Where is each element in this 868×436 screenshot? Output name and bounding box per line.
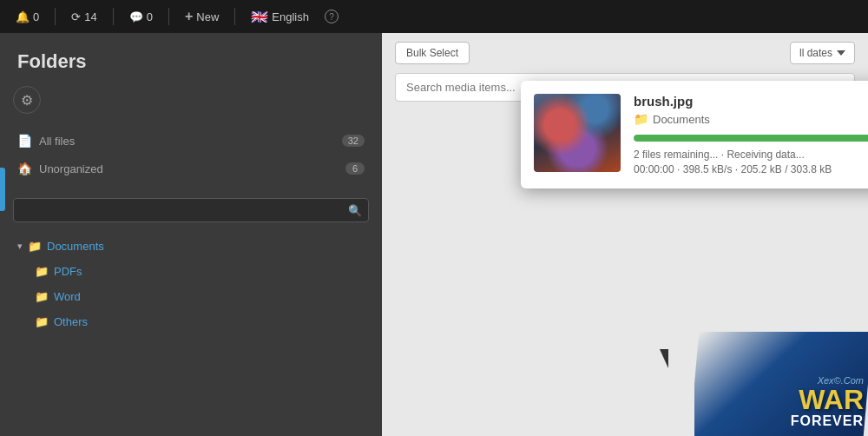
folder-item-pdfs[interactable]: 📁 PDFs — [17, 259, 382, 284]
upload-transferred: 205.2 kB / 303.8 kB — [740, 163, 832, 175]
upload-folder: 📁 Documents — [634, 112, 868, 126]
files-remaining: 2 files remaining... — [634, 149, 718, 161]
sidebar-search-input[interactable] — [13, 198, 369, 222]
flag-icon: 🇬🇧 — [251, 9, 268, 25]
chevron-down-icon — [837, 50, 845, 56]
thumbnail-image — [534, 94, 621, 172]
main-layout: Folders ⚙ 📄 All files 32 🏠 Unorganized 6 — [0, 33, 868, 436]
progress-track — [634, 135, 868, 142]
bell-icon: 🔔 — [16, 10, 30, 23]
folder-sub-documents: 📁 PDFs 📁 Word 📁 Others — [0, 259, 382, 334]
english-label: English — [272, 10, 309, 23]
upload-info: brush.jpg 📁 Documents 2 files remaining.… — [634, 94, 868, 175]
divider-4 — [234, 8, 235, 25]
folder-word-label: Word — [54, 290, 81, 303]
folder-tree: ▾ 📁 Documents 📁 PDFs 📁 Word 📁 Others — [0, 229, 382, 339]
folder-word-icon: 📁 — [35, 290, 49, 303]
folder-documents-icon: 📁 — [28, 240, 42, 253]
all-files-label: All files — [39, 135, 75, 148]
comment-count: 0 — [147, 10, 153, 23]
sync-count: 14 — [84, 10, 96, 23]
dates-dropdown[interactable]: ll dates — [790, 42, 855, 64]
upload-speed: 398.5 kB/s — [683, 163, 733, 175]
sidebar-title: Folders — [0, 33, 382, 82]
upload-status-text: 2 files remaining... · Receiving data... — [634, 149, 832, 161]
gear-button[interactable]: ⚙ — [13, 86, 41, 114]
folder-documents-label: Documents — [47, 240, 104, 253]
sidebar: Folders ⚙ 📄 All files 32 🏠 Unorganized 6 — [0, 33, 382, 436]
receiving-label: Receiving data... — [727, 149, 804, 161]
unorganized-badge: 6 — [345, 162, 365, 175]
sync-icon: ⟳ — [71, 10, 81, 23]
notification-count: 0 — [33, 10, 39, 23]
new-label: New — [196, 10, 219, 23]
sync-item[interactable]: ⟳ 14 — [64, 7, 103, 27]
comment-item[interactable]: 💬 0 — [122, 7, 160, 27]
sidebar-item-all-files[interactable]: 📄 All files 32 — [0, 127, 382, 155]
sidebar-item-unorganized[interactable]: 🏠 Unorganized 6 — [0, 155, 382, 182]
watermark-text: Xex©.Com WAR FOREVER — [791, 375, 864, 429]
gear-row: ⚙ — [0, 82, 382, 118]
upload-time: 00:00:00 — [634, 163, 674, 175]
comment-icon: 💬 — [129, 10, 143, 23]
topbar: 🔔 0 ⟳ 14 💬 0 + New 🇬🇧 English ? — [0, 0, 868, 33]
chevron-icon: ▾ — [17, 241, 23, 252]
folder-pdfs-label: PDFs — [54, 265, 82, 278]
plus-icon: + — [185, 9, 193, 24]
help-button[interactable]: ? — [325, 10, 339, 23]
divider-1 — [55, 8, 56, 25]
language-selector[interactable]: 🇬🇧 English — [244, 5, 316, 29]
dates-label: ll dates — [799, 47, 832, 59]
upload-thumbnail — [534, 94, 621, 172]
sidebar-search: 🔍 — [13, 198, 369, 222]
upload-speed-row: 00:00:00 · 398.5 kB/s · 205.2 kB / 303.8… — [634, 163, 832, 175]
progress-fill — [634, 135, 868, 142]
watermark-war-label: WAR — [791, 386, 864, 413]
search-icon: 🔍 — [348, 204, 362, 217]
folder-item-others[interactable]: 📁 Others — [17, 309, 382, 334]
unorganized-label: Unorganized — [39, 162, 103, 175]
watermark-forever-label: FOREVER — [791, 413, 864, 429]
unorganized-icon: 🏠 — [17, 162, 32, 175]
content-area: Bulk Select ll dates brush.jpg 📁 Documen… — [382, 33, 868, 436]
bulk-select-button[interactable]: Bulk Select — [395, 42, 470, 64]
all-files-badge: 32 — [342, 135, 365, 147]
upload-folder-icon: 📁 — [634, 112, 648, 126]
folder-pdfs-icon: 📁 — [35, 265, 49, 278]
folder-others-icon: 📁 — [35, 315, 49, 328]
notification-item[interactable]: 🔔 0 — [9, 7, 46, 27]
watermark: Xex©.Com WAR FOREVER — [694, 332, 868, 436]
folder-others-label: Others — [54, 315, 88, 328]
folder-item-word[interactable]: 📁 Word — [17, 284, 382, 309]
upload-status-row: 2 files remaining... · Receiving data...… — [634, 149, 868, 175]
blue-accent-tab — [0, 168, 5, 211]
upload-filename: brush.jpg — [634, 94, 868, 109]
upload-folder-name: Documents — [653, 113, 710, 126]
sidebar-nav: 📄 All files 32 🏠 Unorganized 6 — [0, 118, 382, 191]
all-files-icon: 📄 — [17, 134, 32, 148]
folder-item-documents[interactable]: ▾ 📁 Documents — [0, 234, 382, 259]
content-toolbar: Bulk Select ll dates — [382, 33, 868, 73]
divider-3 — [168, 8, 169, 25]
divider-2 — [113, 8, 114, 25]
upload-popup: brush.jpg 📁 Documents 2 files remaining.… — [521, 81, 868, 188]
new-button[interactable]: + New — [178, 5, 226, 28]
